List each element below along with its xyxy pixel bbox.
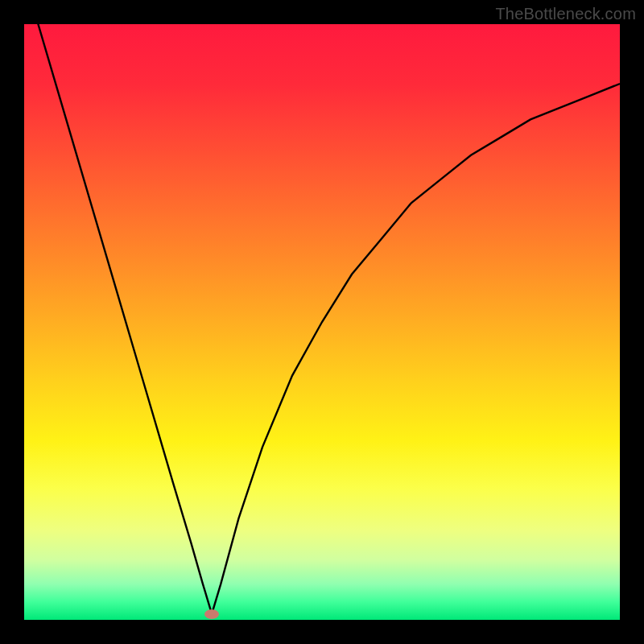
optimal-point-marker xyxy=(204,609,219,619)
watermark-text: TheBottleneck.com xyxy=(495,5,636,23)
curve-layer xyxy=(24,24,620,620)
plot-area xyxy=(24,24,620,620)
chart-frame: TheBottleneck.com xyxy=(0,0,644,644)
bottleneck-curve xyxy=(24,24,620,614)
